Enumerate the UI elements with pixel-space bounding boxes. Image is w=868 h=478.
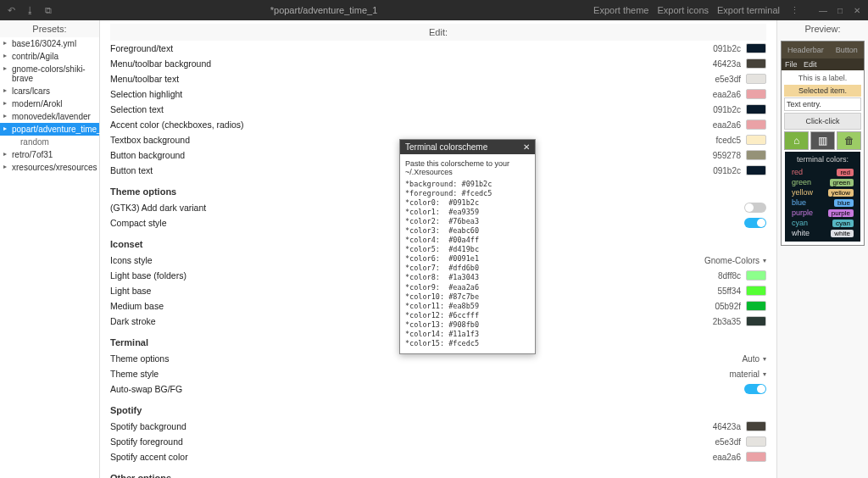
- term-color-name: white: [792, 229, 810, 237]
- dialog-title: Terminal colorscheme: [405, 142, 487, 152]
- desktop-icon: ▥: [810, 131, 835, 150]
- color-hex: 091b2c: [707, 105, 746, 114]
- color-hex: 2b3a35: [707, 317, 746, 326]
- term-opts-dropdown[interactable]: Auto: [742, 354, 763, 364]
- window-title: *popart/adventure_time_1: [54, 5, 593, 15]
- dialog-close-icon[interactable]: ✕: [523, 142, 530, 152]
- chevron-down-icon[interactable]: ▾: [763, 257, 766, 264]
- close-icon[interactable]: ✕: [851, 4, 863, 16]
- pv-text-entry: Text entry.: [784, 97, 861, 111]
- color-swatch[interactable]: [746, 43, 766, 53]
- chevron-down-icon[interactable]: ▾: [763, 370, 766, 378]
- color-swatch[interactable]: [746, 452, 766, 462]
- term-color-name: yellow: [792, 188, 813, 197]
- chevron-down-icon[interactable]: ▾: [763, 355, 766, 363]
- spotify-header: Spotify: [110, 405, 766, 415]
- color-hex: fcedc5: [707, 136, 746, 145]
- pv-button-label: Button: [836, 46, 858, 54]
- terminal-colors-preview: terminal colors: redredgreengreenyellowy…: [785, 152, 860, 242]
- term-color-swatch: red: [837, 169, 854, 176]
- term-color-swatch: purple: [828, 209, 854, 217]
- color-label: Menu/toolbar text: [110, 74, 707, 84]
- color-label: Selection highlight: [110, 89, 707, 99]
- pv-label: This is a label.: [783, 72, 862, 84]
- preset-item[interactable]: modern/Arokl: [0, 97, 99, 110]
- term-color-name: green: [792, 178, 811, 186]
- term-style-label: Theme style: [110, 369, 729, 379]
- preset-item[interactable]: retro/7of31: [0, 148, 99, 161]
- color-hex: 05b92f: [707, 302, 746, 311]
- preset-item[interactable]: xresources/xresources: [0, 161, 99, 174]
- add-dark-toggle[interactable]: [744, 203, 766, 213]
- dialog-hint: Paste this colorscheme to your ~/.Xresou…: [405, 159, 530, 176]
- color-hex: 8dff8c: [707, 271, 746, 281]
- color-hex: e5e3df: [707, 437, 746, 447]
- preset-item[interactable]: random: [0, 136, 99, 148]
- maximize-icon[interactable]: □: [834, 4, 846, 16]
- undo-icon[interactable]: ↶: [5, 4, 17, 16]
- color-label: Accent color (checkboxes, radios): [110, 119, 707, 130]
- color-swatch[interactable]: [746, 316, 766, 326]
- color-swatch[interactable]: [746, 150, 766, 160]
- color-label: Selection text: [110, 104, 707, 114]
- color-swatch[interactable]: [746, 119, 766, 130]
- color-hex: 959278: [707, 151, 746, 160]
- minimize-icon[interactable]: —: [817, 4, 829, 16]
- color-label: Spotify accent color: [110, 452, 707, 462]
- color-hex: 091b2c: [707, 166, 746, 175]
- terminal-colorscheme-dialog: Terminal colorscheme ✕ Paste this colors…: [399, 139, 536, 354]
- color-swatch[interactable]: [746, 286, 766, 296]
- menu-icon[interactable]: ⋮: [788, 4, 800, 16]
- auto-swap-label: Auto-swap BG/FG: [110, 384, 744, 394]
- dialog-xresources[interactable]: *background: #091b2c *foreground: #fcedc…: [405, 180, 530, 348]
- icons-style-dropdown[interactable]: Gnome-Colors: [704, 256, 763, 265]
- color-hex: 091b2c: [707, 44, 746, 53]
- preset-item[interactable]: gnome-colors/shiki-brave: [0, 63, 99, 85]
- term-color-name: purple: [792, 208, 813, 217]
- pv-click-button: Click-click: [784, 113, 861, 130]
- color-label: Spotify foreground: [110, 436, 707, 447]
- pv-file-menu: File: [785, 60, 798, 69]
- preview-headerbar: Headerbar Button: [782, 42, 864, 58]
- pv-headerbar-label: Headerbar: [787, 46, 824, 54]
- term-color-name: cyan: [792, 219, 808, 227]
- color-hex: eaa2a6: [707, 120, 746, 130]
- color-hex: e5e3df: [707, 75, 746, 84]
- color-label: Menu/toolbar background: [110, 58, 707, 69]
- color-swatch[interactable]: [746, 74, 766, 84]
- color-swatch[interactable]: [746, 270, 766, 281]
- color-swatch[interactable]: [746, 165, 766, 175]
- presets-sidebar: Presets: base16/3024.ymlcontrib/Agilagno…: [0, 20, 100, 478]
- color-swatch[interactable]: [746, 436, 766, 447]
- color-hex: 46423a: [707, 422, 746, 431]
- color-swatch[interactable]: [746, 135, 766, 145]
- preset-item[interactable]: contrib/Agila: [0, 50, 99, 63]
- copy-icon[interactable]: ⧉: [42, 4, 54, 16]
- term-color-name: red: [792, 168, 803, 176]
- other-options-header: Other options: [110, 473, 766, 478]
- preview-menubar: File Edit: [782, 58, 864, 70]
- preview-panel: Preview: Headerbar Button File Edit This…: [776, 20, 868, 478]
- term-colors-title: terminal colors:: [788, 155, 857, 164]
- term-theme-dropdown[interactable]: material: [729, 370, 763, 379]
- term-color-swatch: green: [830, 179, 854, 186]
- color-swatch[interactable]: [746, 301, 766, 311]
- color-swatch[interactable]: [746, 58, 766, 69]
- save-icon[interactable]: ⭳: [24, 4, 36, 16]
- term-color-swatch: blue: [834, 199, 854, 207]
- export-terminal-button[interactable]: Export terminal: [717, 5, 780, 15]
- preset-item[interactable]: lcars/lcars: [0, 85, 99, 97]
- export-icons-button[interactable]: Export icons: [657, 5, 709, 15]
- compact-toggle[interactable]: [744, 218, 766, 228]
- export-theme-button[interactable]: Export theme: [593, 5, 648, 15]
- color-hex: 55ff34: [707, 286, 746, 296]
- color-swatch[interactable]: [746, 89, 766, 99]
- auto-swap-toggle[interactable]: [744, 384, 766, 394]
- color-swatch[interactable]: [746, 104, 766, 114]
- preset-item[interactable]: monovedek/lavender: [0, 110, 99, 123]
- edit-header: Edit:: [110, 24, 766, 41]
- color-swatch[interactable]: [746, 421, 766, 431]
- preset-item[interactable]: base16/3024.yml: [0, 37, 99, 50]
- preset-item[interactable]: popart/adventure_time_1: [0, 123, 99, 136]
- preview-window: Headerbar Button File Edit This is a lab…: [781, 41, 865, 246]
